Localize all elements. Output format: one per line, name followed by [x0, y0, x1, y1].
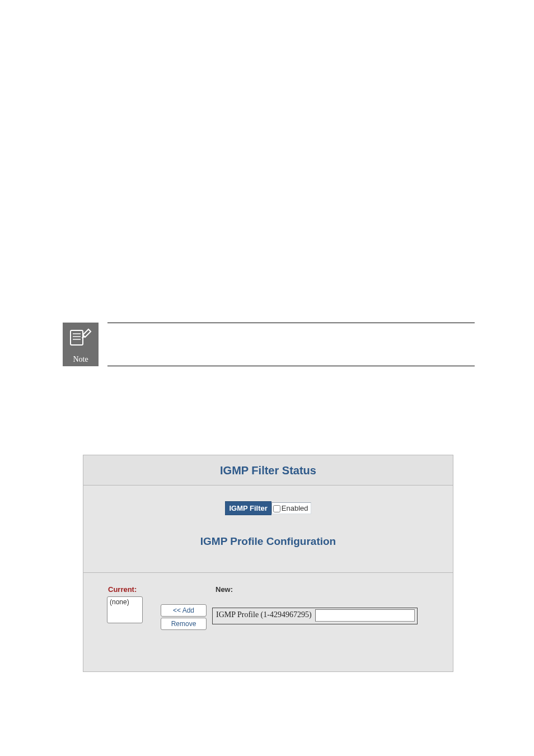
note-block: Note: [63, 323, 477, 366]
profile-input-label: IGMP Profile (1-4294967295): [213, 608, 315, 624]
transfer-buttons: << Add Remove: [161, 604, 207, 630]
listbox-empty-text: (none): [110, 598, 129, 606]
svg-rect-0: [71, 330, 83, 345]
igmp-filter-checkbox-text: Enabled: [282, 504, 308, 512]
igmp-filter-checkbox-wrap: Enabled: [271, 502, 311, 514]
igmp-filter-label: IGMP Filter: [225, 501, 271, 515]
panel-body: IGMP FilterEnabled IGMP Profile Configur…: [83, 486, 453, 572]
note-divider-top: [107, 323, 475, 323]
new-profile-row: IGMP Profile (1-4294967295): [212, 608, 418, 624]
new-column-label: New:: [216, 585, 233, 594]
current-column-label: Current:: [108, 585, 137, 594]
panel-subtitle: IGMP Profile Configuration: [83, 515, 453, 553]
remove-button[interactable]: Remove: [161, 618, 207, 630]
profile-config-area: Current: New: (none) << Add Remove IGMP …: [83, 572, 453, 671]
note-icon: Note: [63, 323, 99, 366]
add-button[interactable]: << Add: [161, 604, 207, 617]
notepad-pencil-icon: [69, 327, 92, 347]
igmp-filter-checkbox[interactable]: [273, 505, 280, 512]
panel-title: IGMP Filter Status: [83, 455, 453, 486]
note-icon-label: Note: [73, 355, 88, 364]
profile-id-input[interactable]: [315, 609, 415, 622]
note-divider-bottom: [107, 366, 475, 366]
current-profiles-listbox[interactable]: (none): [107, 596, 143, 623]
filter-row: IGMP FilterEnabled: [83, 501, 453, 515]
igmp-panel: IGMP Filter Status IGMP FilterEnabled IG…: [83, 455, 453, 672]
